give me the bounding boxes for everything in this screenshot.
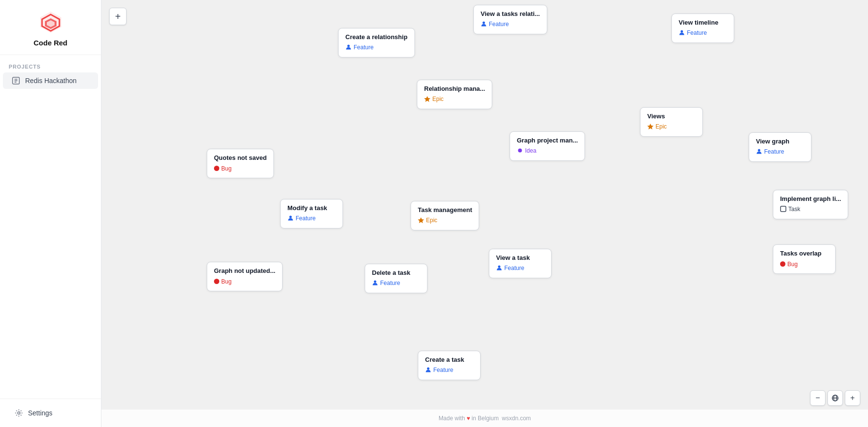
svg-point-25	[374, 281, 376, 283]
node-graph-project-man[interactable]: Graph project man... Idea	[510, 131, 585, 161]
node-task-management[interactable]: Task management Epic	[411, 201, 479, 230]
project-name: Redis Hackathon	[25, 77, 77, 85]
svg-point-8	[18, 412, 20, 414]
edge-label-9: Child Of	[370, 208, 387, 214]
main-canvas: + Child OfChild OfChild OfBlocked ByChil…	[101, 0, 868, 427]
node-create-task[interactable]: Create a task Feature	[418, 351, 481, 380]
sidebar-item-settings[interactable]: Settings	[6, 405, 95, 421]
node-view-task[interactable]: View a task Feature	[489, 249, 552, 278]
svg-marker-16	[424, 96, 430, 102]
settings-icon	[14, 409, 23, 417]
edge-label-12: Child Of	[410, 236, 425, 253]
node-view-timeline[interactable]: View timeline Feature	[671, 14, 734, 43]
zoom-in-button[interactable]: +	[845, 390, 860, 406]
svg-marker-21	[418, 217, 424, 223]
node-title: Delete a task	[372, 269, 420, 276]
svg-point-28	[427, 368, 429, 370]
edge-label-2: Child Of	[678, 65, 689, 83]
footer-heart: ♥	[467, 415, 470, 422]
sidebar-item-project[interactable]: Redis Hackathon	[3, 72, 98, 89]
svg-point-13	[483, 22, 485, 24]
edge-label-13: Child Of	[448, 282, 454, 299]
svg-rect-23	[781, 206, 786, 212]
edge-13	[445, 216, 449, 366]
node-graph-not-updated[interactable]: Graph not updated... Bug	[207, 262, 283, 291]
edge-label-4: Child Of	[555, 101, 572, 108]
node-view-tasks-rel[interactable]: View a tasks relati... Feature	[473, 5, 547, 34]
node-badge: Feature	[496, 265, 524, 271]
settings-label: Settings	[28, 409, 53, 417]
node-view-graph[interactable]: View graph Feature	[749, 132, 811, 162]
edge-label-0: Child Of	[409, 58, 426, 72]
projects-section-label: PROJECTS	[0, 55, 101, 72]
node-title: Task management	[418, 206, 472, 214]
svg-marker-17	[647, 124, 654, 129]
node-title: View a task	[496, 254, 544, 261]
node-title: Tasks overlap	[780, 250, 828, 257]
node-title: View graph	[756, 138, 804, 145]
node-badge: Feature	[679, 29, 707, 36]
node-title: Views	[647, 113, 696, 120]
footer-bar: Made with ♥ in Belgium wsxdn.com	[101, 410, 868, 427]
edge-label-8: Related To	[267, 177, 289, 195]
app-logo-icon	[38, 10, 63, 35]
svg-point-27	[780, 261, 785, 267]
edge-label-11: Child Of	[476, 229, 494, 243]
node-title: Create a relationship	[345, 33, 408, 41]
node-title: Quotes not saved	[214, 154, 267, 161]
edge-label-3: Blocked By	[442, 142, 450, 167]
node-title: Graph project man...	[517, 137, 578, 144]
edge-label-7: Child Of	[792, 165, 805, 183]
node-badge: Feature	[287, 215, 315, 222]
node-badge: Epic	[647, 123, 667, 130]
node-views[interactable]: Views Epic	[640, 107, 703, 137]
node-title: View a tasks relati...	[481, 10, 540, 17]
node-badge: Epic	[424, 96, 443, 102]
footer-text: Made with ♥ in Belgium	[439, 415, 499, 422]
svg-point-14	[347, 45, 350, 47]
svg-point-26	[214, 279, 219, 284]
edge-label-6: Child Of	[485, 171, 503, 185]
node-badge: Task	[780, 206, 800, 213]
sidebar: Code Red PROJECTS Redis Hackathon Settin…	[0, 0, 101, 427]
node-title: Implement graph li...	[780, 195, 841, 202]
add-button[interactable]: +	[109, 8, 127, 25]
node-badge: Bug	[214, 165, 231, 172]
node-title: Graph not updated...	[214, 267, 275, 274]
node-title: Relationship mana...	[424, 85, 485, 92]
edge-3	[445, 95, 455, 216]
node-badge: Idea	[517, 147, 536, 154]
zoom-out-button[interactable]: −	[810, 390, 825, 406]
zoom-reset-button[interactable]	[827, 390, 843, 406]
edge-label-10: Related To	[265, 232, 286, 252]
node-badge: Epic	[418, 217, 437, 224]
project-icon	[12, 76, 20, 85]
node-modify-task[interactable]: Modify a task Feature	[280, 199, 343, 228]
node-implement-graph[interactable]: Implement graph li... Task	[773, 190, 848, 219]
svg-point-24	[498, 266, 500, 268]
node-quotes-not-saved[interactable]: Quotes not saved Bug	[207, 149, 274, 178]
node-badge: Feature	[425, 367, 453, 373]
svg-point-22	[289, 216, 292, 218]
node-delete-task[interactable]: Delete a task Feature	[365, 264, 427, 293]
zoom-controls: − +	[810, 390, 860, 406]
node-badge: Feature	[756, 148, 784, 155]
svg-point-15	[681, 30, 683, 33]
app-title: Code Red	[33, 39, 67, 47]
edge-label-5: Child Of	[717, 127, 736, 136]
node-badge: Feature	[372, 280, 400, 286]
svg-point-18	[758, 149, 760, 152]
sidebar-bottom: Settings	[0, 399, 101, 427]
svg-point-20	[214, 166, 219, 171]
node-create-relationship[interactable]: Create a relationship Feature	[338, 28, 415, 57]
node-title: View timeline	[679, 19, 727, 26]
node-badge: Bug	[780, 261, 797, 268]
node-title: Modify a task	[287, 204, 336, 212]
node-relationship-mana[interactable]: Relationship mana... Epic	[417, 80, 492, 109]
node-title: Create a task	[425, 356, 473, 363]
node-badge: Feature	[345, 44, 373, 51]
node-tasks-overlap[interactable]: Tasks overlap Bug	[773, 244, 836, 274]
edge-label-1: Child Of	[472, 46, 487, 64]
svg-point-19	[518, 149, 522, 153]
node-badge: Feature	[481, 21, 509, 28]
